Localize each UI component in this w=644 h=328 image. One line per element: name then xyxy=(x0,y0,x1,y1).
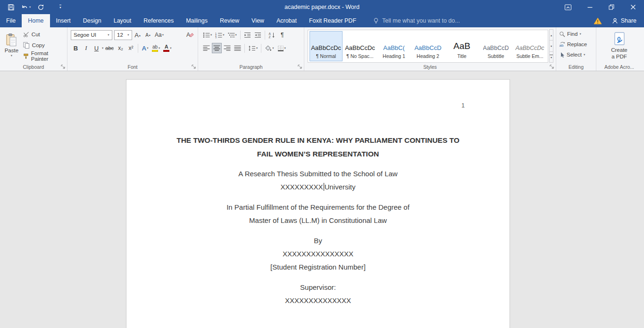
tab-view[interactable]: View xyxy=(245,14,270,27)
style-heading-2[interactable]: AaBbCcD Heading 2 xyxy=(411,31,444,61)
style-no-spacing[interactable]: AaBbCcDc ¶ No Spac... xyxy=(343,31,376,61)
fulfillment-paragraph[interactable]: In Partial Fulfillment of the Requiremen… xyxy=(126,201,510,227)
text-highlight-button[interactable]: ab ▾ xyxy=(151,43,161,53)
document-canvas[interactable]: 1 THE TWO-THIRDS GENDER RULE IN KENYA: W… xyxy=(0,72,644,328)
borders-caret[interactable]: ▾ xyxy=(284,47,286,50)
tab-references[interactable]: References xyxy=(137,14,180,27)
customize-quick-access-button[interactable]: ▾ xyxy=(51,5,61,9)
thesis-paragraph[interactable]: A Research Thesis Submitted to the Schoo… xyxy=(126,167,510,194)
replace-button[interactable]: ab Replace xyxy=(558,39,594,49)
undo-button[interactable]: ▾ xyxy=(21,4,31,10)
style-heading-2-preview: AaBbCcD xyxy=(414,44,441,51)
sort-button[interactable]: AZ xyxy=(267,30,277,40)
shading-button[interactable]: ▾ xyxy=(263,43,275,53)
find-caret[interactable]: ▾ xyxy=(579,33,581,36)
clipboard-group-label: Clipboard xyxy=(0,64,67,70)
numbering-caret[interactable]: ▾ xyxy=(223,33,224,37)
tab-acrobat[interactable]: Acrobat xyxy=(270,14,303,27)
redo-button[interactable] xyxy=(37,4,44,11)
find-button[interactable]: Find ▾ xyxy=(558,29,594,39)
format-painter-button[interactable]: Format Painter xyxy=(22,51,66,61)
share-button[interactable]: Share xyxy=(611,17,636,25)
strikethrough-button[interactable]: abc xyxy=(104,43,115,53)
tell-me-box[interactable]: Tell me what you want to do... xyxy=(373,14,460,27)
copy-button[interactable]: Copy xyxy=(22,41,66,50)
decrease-indent-button[interactable] xyxy=(243,30,252,40)
clear-formatting-button[interactable]: A xyxy=(185,30,195,40)
underline-button[interactable]: U xyxy=(92,43,101,53)
select-button[interactable]: Select ▾ xyxy=(558,49,594,60)
clipboard-dialog-launcher[interactable] xyxy=(60,64,66,69)
multilevel-list-button[interactable]: ▾ xyxy=(226,30,238,40)
font-size-caret[interactable]: ▾ xyxy=(125,31,132,40)
font-name-combobox[interactable]: Segoe UI ▾ xyxy=(71,30,112,40)
style-subtitle[interactable]: AaBbCcD Subtitle xyxy=(479,31,512,61)
styles-dialog-launcher[interactable] xyxy=(549,64,554,69)
change-case-button[interactable]: Aa▾ xyxy=(153,30,165,40)
tab-review[interactable]: Review xyxy=(214,14,245,27)
styles-scroll-down-button[interactable]: ▾ xyxy=(549,40,553,51)
tab-mailings[interactable]: Mailings xyxy=(180,14,214,27)
justify-button[interactable] xyxy=(233,43,243,53)
text-highlight-caret[interactable]: ▾ xyxy=(159,47,160,50)
italic-button[interactable]: I xyxy=(81,43,91,53)
align-center-button[interactable] xyxy=(212,43,222,53)
style-normal[interactable]: AaBbCcDc ¶ Normal xyxy=(309,31,343,61)
grow-font-button[interactable]: A▴ xyxy=(133,30,142,40)
styles-gallery-more-button[interactable]: ▾ xyxy=(549,51,553,63)
create-pdf-button[interactable]: Create a PDF xyxy=(598,29,641,63)
document-title-line-1: THE TWO-THIRDS GENDER RULE IN KENYA: WHY… xyxy=(126,133,510,147)
document-title[interactable]: THE TWO-THIRDS GENDER RULE IN KENYA: WHY… xyxy=(126,133,510,161)
text-effects-button[interactable]: A▾ xyxy=(140,43,150,53)
borders-icon xyxy=(277,45,284,51)
show-formatting-marks-button[interactable]: ¶ xyxy=(277,30,287,40)
style-title[interactable]: AaB Title xyxy=(445,31,478,61)
tab-design[interactable]: Design xyxy=(77,14,108,27)
paragraph-dialog-launcher[interactable] xyxy=(297,64,302,69)
increase-indent-button[interactable] xyxy=(253,30,263,40)
underline-caret[interactable]: ▾ xyxy=(102,47,103,50)
line-spacing-caret[interactable]: ▾ xyxy=(256,47,258,50)
borders-button[interactable]: ▾ xyxy=(276,43,287,53)
select-caret[interactable]: ▾ xyxy=(584,53,585,57)
undo-dropdown-caret[interactable]: ▾ xyxy=(29,6,31,9)
document-page[interactable]: 1 THE TWO-THIRDS GENDER RULE IN KENYA: W… xyxy=(126,79,510,328)
line-spacing-button[interactable]: ▾ xyxy=(247,43,259,53)
tab-insert[interactable]: Insert xyxy=(50,14,77,27)
style-subtle-emphasis[interactable]: AaBbCcDc Subtle Em... xyxy=(513,31,546,61)
subscript-button[interactable]: x₂ xyxy=(116,43,125,53)
close-button[interactable] xyxy=(622,0,644,14)
align-left-button[interactable] xyxy=(201,43,211,53)
font-name-caret[interactable]: ▾ xyxy=(105,31,112,40)
numbering-button[interactable]: 1.2.3. ▾ xyxy=(214,30,226,40)
multilevel-list-caret[interactable]: ▾ xyxy=(235,33,237,37)
paste-button[interactable]: Paste ▾ xyxy=(1,29,22,62)
font-size-combobox[interactable]: 12 ▾ xyxy=(114,30,132,40)
tab-file[interactable]: File xyxy=(0,14,22,27)
align-right-button[interactable] xyxy=(222,43,232,53)
cut-button[interactable]: Cut xyxy=(22,30,66,39)
tab-layout[interactable]: Layout xyxy=(108,14,138,27)
restore-button[interactable] xyxy=(601,0,622,14)
warning-icon[interactable] xyxy=(594,17,602,25)
paste-icon xyxy=(6,33,17,47)
author-paragraph[interactable]: By XXXXXXXXXXXXXXX [Student Registration… xyxy=(126,234,510,274)
font-dialog-launcher[interactable] xyxy=(191,64,196,69)
font-color-caret[interactable]: ▾ xyxy=(170,47,171,50)
supervisor-paragraph[interactable]: Supervisor: XXXXXXXXXXXXXX xyxy=(126,281,510,307)
bullets-caret[interactable]: ▾ xyxy=(210,33,212,37)
ribbon-display-options-button[interactable] xyxy=(557,0,579,14)
style-heading-1[interactable]: AaBbC( Heading 1 xyxy=(377,31,410,61)
shading-caret[interactable]: ▾ xyxy=(272,47,274,50)
tab-home[interactable]: Home xyxy=(22,14,50,27)
superscript-button[interactable]: x² xyxy=(126,43,136,53)
bold-button[interactable]: B xyxy=(71,43,81,53)
tab-foxit-reader-pdf[interactable]: Foxit Reader PDF xyxy=(303,14,362,27)
styles-scroll-up-button[interactable]: ▴ xyxy=(549,29,553,41)
font-color-button[interactable]: A ▾ xyxy=(162,43,173,53)
bullets-button[interactable]: ▾ xyxy=(201,30,213,40)
find-icon xyxy=(559,31,565,37)
minimize-button[interactable] xyxy=(579,0,601,14)
save-button[interactable] xyxy=(8,4,15,11)
shrink-font-button[interactable]: A▾ xyxy=(143,30,153,40)
